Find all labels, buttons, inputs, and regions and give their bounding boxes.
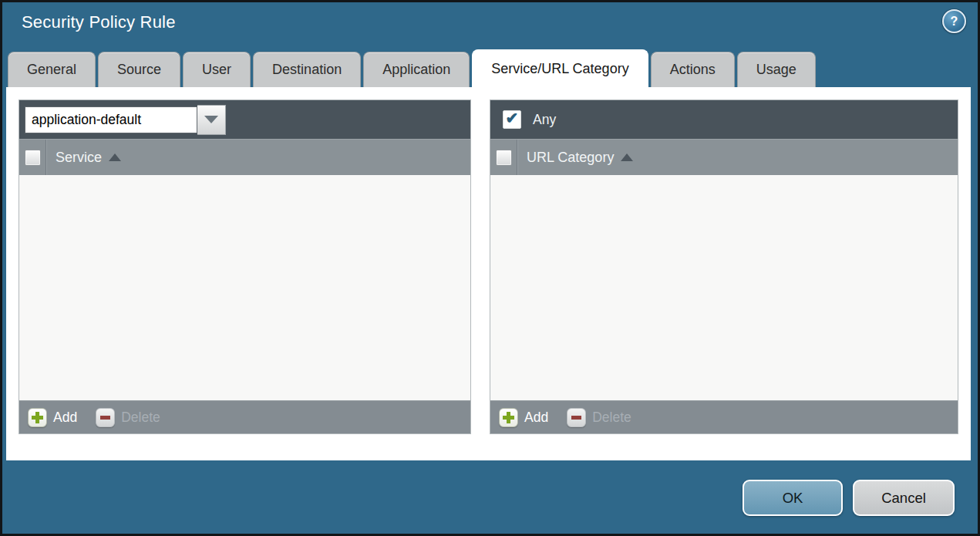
tab-actions[interactable]: Actions	[651, 52, 735, 87]
any-label: Any	[533, 112, 556, 128]
plus-icon	[28, 408, 47, 427]
url-category-any-checkbox[interactable]: ✔ Any	[496, 110, 556, 129]
help-icon[interactable]: ?	[942, 9, 966, 33]
service-type-dropdown[interactable]: application-default	[25, 105, 226, 135]
url-category-list[interactable]	[490, 175, 958, 400]
url-category-select-all-checkbox[interactable]	[490, 140, 517, 175]
tab-content-area: application-default Service	[6, 87, 971, 460]
tab-user[interactable]: User	[183, 52, 251, 87]
service-add-button[interactable]: Add	[28, 408, 77, 427]
url-category-panel-toolbar: ✔ Any	[490, 100, 958, 139]
checkbox-checked-icon: ✔	[503, 110, 521, 129]
tab-general[interactable]: General	[8, 52, 96, 87]
service-panel-footer: Add Delete	[19, 400, 470, 433]
url-category-panel: ✔ Any URL Category Add	[490, 99, 958, 434]
service-add-label: Add	[53, 410, 77, 426]
service-type-dropdown-value[interactable]: application-default	[25, 106, 197, 133]
url-category-panel-footer: Add Delete	[490, 400, 958, 433]
checkbox-unchecked-icon	[25, 150, 41, 166]
ok-button[interactable]: OK	[743, 480, 843, 516]
url-category-add-label: Add	[524, 410, 548, 426]
url-category-column-header[interactable]: URL Category	[527, 150, 633, 166]
url-category-add-button[interactable]: Add	[499, 408, 548, 427]
url-category-column-label: URL Category	[527, 150, 614, 166]
url-category-table-header: URL Category	[490, 139, 958, 175]
service-table-header: Service	[19, 139, 470, 175]
sort-ascending-icon	[109, 153, 121, 161]
tab-destination[interactable]: Destination	[253, 52, 361, 87]
service-select-all-checkbox[interactable]	[19, 140, 46, 175]
minus-icon	[96, 408, 115, 427]
tab-application[interactable]: Application	[363, 52, 470, 87]
url-category-delete-button[interactable]: Delete	[567, 408, 631, 427]
sort-ascending-icon	[621, 153, 633, 161]
chevron-down-icon[interactable]	[197, 105, 226, 135]
dialog-title: Security Policy Rule	[22, 12, 176, 32]
cancel-button[interactable]: Cancel	[853, 480, 955, 516]
service-delete-label: Delete	[121, 410, 160, 426]
url-category-delete-label: Delete	[592, 410, 631, 426]
plus-icon	[499, 408, 518, 427]
service-column-header[interactable]: Service	[56, 150, 121, 166]
minus-icon	[567, 408, 586, 427]
tab-service-url-category[interactable]: Service/URL Category	[472, 49, 648, 87]
service-panel-toolbar: application-default	[19, 100, 470, 139]
security-policy-rule-dialog: Security Policy Rule ? General Source Us…	[0, 0, 980, 536]
tab-source[interactable]: Source	[98, 52, 180, 87]
tab-bar: General Source User Destination Applicat…	[8, 50, 816, 87]
service-list[interactable]	[19, 175, 470, 400]
service-panel: application-default Service	[19, 99, 471, 434]
checkbox-unchecked-icon	[496, 150, 512, 166]
service-delete-button[interactable]: Delete	[96, 408, 160, 427]
tab-usage[interactable]: Usage	[737, 52, 816, 87]
service-column-label: Service	[56, 150, 102, 166]
